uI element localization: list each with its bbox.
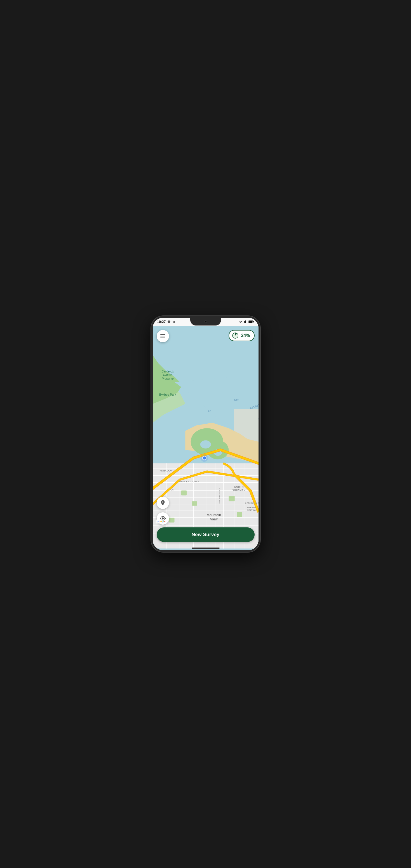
phone-frame: 10:27 [151,316,260,552]
svg-text:STATION: STATION [247,509,256,512]
svg-rect-36 [192,501,197,506]
svg-point-60 [200,454,208,462]
wifi-icon [238,320,242,323]
status-left: 10:27 [157,320,176,324]
svg-text:Byxbee Park: Byxbee Park [159,393,176,396]
svg-text:MONTA LOMA: MONTA LOMA [178,480,200,483]
svg-text:E Middlefield Rd: E Middlefield Rd [245,502,258,504]
pie-chart-icon [232,332,239,339]
navigation-icon [160,500,166,506]
camera-dot [204,320,207,323]
battery-icon [248,320,254,323]
svg-rect-1 [244,321,245,323]
google-logo-text: Google [157,520,166,523]
svg-rect-5 [253,321,254,322]
svg-rect-35 [181,491,186,495]
svg-text:WHISMAN: WHISMAN [233,489,245,492]
navigation-button[interactable] [157,497,169,509]
svg-text:Mountain: Mountain [206,513,221,517]
svg-rect-39 [237,512,242,517]
svg-text:Preserve: Preserve [162,377,173,380]
svg-rect-38 [229,496,234,501]
svg-text:G6: G6 [170,488,174,491]
svg-rect-0 [244,322,244,323]
svg-text:NMEADOW: NMEADOW [159,469,173,472]
progress-text: 24% [241,333,250,338]
map-container[interactable]: Baylands Nature Preserve Byxbee Park A1 … [153,326,259,550]
svg-text:View: View [210,517,218,521]
svg-text:NORTH: NORTH [234,486,243,488]
status-right [238,320,254,323]
google-logo: Google [155,520,167,524]
svg-text:Baylands: Baylands [162,370,174,373]
new-survey-label: New Survey [192,532,219,537]
menu-button[interactable] [157,330,169,342]
svg-rect-2 [245,321,245,323]
svg-point-14 [200,440,211,448]
signal-icon [244,320,247,323]
progress-badge[interactable]: 24% [229,330,254,341]
status-time: 10:27 [157,320,166,324]
home-indicator [192,548,219,549]
svg-rect-37 [169,518,174,522]
font-icon [172,320,176,323]
camera-notch [190,318,221,326]
svg-text:Nature: Nature [163,373,172,377]
svg-rect-6 [249,321,252,323]
svg-text:WHISMA: WHISMA [247,506,256,509]
svg-text:N Shoreline Blvd: N Shoreline Blvd [218,488,221,504]
new-survey-button[interactable]: New Survey [157,527,255,542]
shield-icon [167,320,171,323]
hamburger-icon [160,334,165,338]
svg-rect-3 [245,320,246,323]
